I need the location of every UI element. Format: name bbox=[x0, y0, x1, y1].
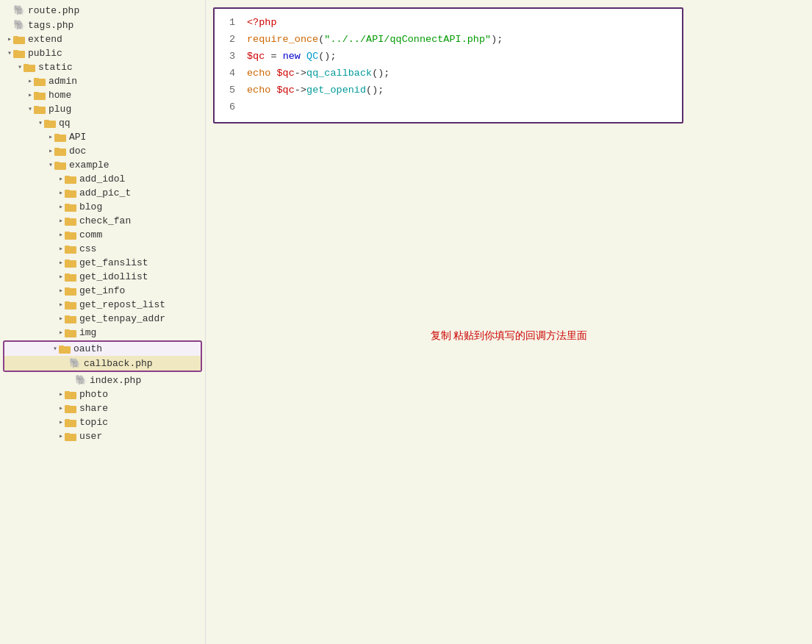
file-tree-item-public[interactable]: public bbox=[0, 46, 205, 60]
svg-rect-47 bbox=[65, 391, 70, 393]
folder-icon bbox=[54, 132, 66, 143]
svg-rect-13 bbox=[44, 120, 49, 122]
svg-rect-43 bbox=[65, 329, 70, 332]
folder-icon bbox=[65, 314, 76, 324]
file-tree-item-qq[interactable]: qq bbox=[0, 116, 205, 130]
arrow-closed bbox=[26, 92, 34, 99]
svg-rect-39 bbox=[65, 301, 70, 304]
file-tree-item-img[interactable]: img bbox=[0, 326, 205, 340]
arrow-closed bbox=[57, 287, 65, 295]
folder-label: plug bbox=[48, 104, 71, 115]
file-tree-item-user[interactable]: user bbox=[0, 429, 205, 443]
file-label: tags.php bbox=[28, 20, 73, 31]
file-tree-item-get-idollist[interactable]: get_idollist bbox=[0, 270, 205, 284]
folder-icon bbox=[13, 49, 25, 59]
arrow-closed bbox=[57, 301, 65, 309]
arrow-open bbox=[16, 64, 24, 71]
svg-rect-33 bbox=[65, 260, 70, 262]
file-tree-item-comm[interactable]: comm bbox=[0, 228, 205, 242]
code-block: 1 <?php 2 require_once("../../API/qqConn… bbox=[213, 7, 683, 124]
arrow-closed bbox=[47, 148, 54, 155]
folder-label: extend bbox=[28, 34, 62, 45]
file-tree-item-get-fanslist[interactable]: get_fanslist bbox=[0, 256, 205, 270]
arrow-closed bbox=[57, 315, 65, 323]
svg-rect-27 bbox=[65, 218, 70, 220]
line-number: 5 bbox=[223, 82, 235, 99]
file-tree-item-doc[interactable]: doc bbox=[0, 144, 205, 158]
arrow-closed bbox=[57, 260, 65, 267]
file-tree-item-api[interactable]: API bbox=[0, 130, 205, 144]
svg-rect-53 bbox=[65, 433, 70, 435]
file-tree-item-css[interactable]: css bbox=[0, 242, 205, 256]
file-tree-item-admin[interactable]: admin bbox=[0, 74, 205, 88]
file-tree-item-check-fan[interactable]: check_fan bbox=[0, 214, 205, 228]
folder-label: get_idollist bbox=[79, 271, 148, 282]
file-tree-item-extend[interactable]: extend bbox=[0, 32, 205, 46]
file-tree-item-callback-php[interactable]: 🐘 callback.php bbox=[4, 356, 201, 371]
file-tree-item-add-idol[interactable]: add_idol bbox=[0, 172, 205, 186]
svg-rect-19 bbox=[54, 162, 60, 164]
line-number: 1 bbox=[223, 15, 235, 32]
svg-rect-17 bbox=[54, 148, 60, 150]
folder-label: comm bbox=[79, 229, 102, 240]
line-number: 3 bbox=[223, 49, 235, 65]
file-tree-item-oauth[interactable]: oauth bbox=[4, 342, 201, 356]
file-tree-item-plug[interactable]: plug bbox=[0, 102, 205, 116]
svg-rect-7 bbox=[34, 78, 39, 80]
folder-label: static bbox=[38, 62, 73, 73]
highlighted-oauth-folder: oauth 🐘 callback.php bbox=[3, 340, 202, 372]
folder-label: share bbox=[79, 403, 108, 414]
svg-rect-9 bbox=[34, 92, 39, 94]
folder-label: get_tenpay_addr bbox=[79, 313, 165, 324]
folder-label: get_fanslist bbox=[79, 257, 148, 268]
file-tree-item-route-php[interactable]: 🐘 route.php bbox=[0, 3, 205, 18]
folder-icon bbox=[59, 344, 71, 354]
file-tree[interactable]: 🐘 route.php 🐘 tags.php extend public sta… bbox=[0, 0, 206, 644]
svg-rect-41 bbox=[65, 315, 70, 318]
svg-rect-51 bbox=[65, 419, 70, 421]
file-tree-item-get-repost-list[interactable]: get_repost_list bbox=[0, 298, 205, 312]
php-icon: 🐘 bbox=[13, 19, 25, 31]
file-tree-item-get-tenpay-addr[interactable]: get_tenpay_addr bbox=[0, 312, 205, 326]
folder-icon bbox=[65, 202, 76, 212]
folder-icon bbox=[54, 160, 66, 171]
code-line-1: 1 <?php bbox=[223, 15, 673, 32]
folder-icon bbox=[65, 188, 76, 198]
arrow-open bbox=[51, 346, 59, 353]
folder-icon bbox=[65, 174, 76, 185]
svg-rect-37 bbox=[65, 287, 70, 290]
file-tree-item-get-info[interactable]: get_info bbox=[0, 284, 205, 298]
arrow-closed bbox=[57, 204, 65, 211]
folder-label: API bbox=[69, 132, 86, 143]
php-icon: 🐘 bbox=[69, 357, 81, 369]
file-label: index.php bbox=[90, 375, 141, 386]
arrow-open bbox=[26, 106, 34, 113]
code-text: echo $qc->qq_callback(); bbox=[247, 65, 389, 82]
folder-icon bbox=[65, 300, 76, 310]
folder-icon bbox=[13, 35, 25, 45]
arrow-closed bbox=[57, 190, 65, 197]
file-tree-item-example[interactable]: example bbox=[0, 158, 205, 172]
folder-label: photo bbox=[79, 389, 108, 400]
main-editor: 1 <?php 2 require_once("../../API/qqConn… bbox=[206, 0, 812, 644]
arrow-closed bbox=[57, 176, 65, 183]
file-tree-item-blog[interactable]: blog bbox=[0, 200, 205, 214]
folder-label: home bbox=[48, 90, 71, 101]
folder-label: add_pic_t bbox=[79, 187, 131, 198]
file-tree-item-static[interactable]: static bbox=[0, 60, 205, 74]
file-tree-item-topic[interactable]: topic bbox=[0, 415, 205, 429]
folder-label: css bbox=[79, 243, 96, 254]
file-tree-item-share[interactable]: share bbox=[0, 401, 205, 415]
line-number: 4 bbox=[223, 65, 235, 82]
file-tree-item-home[interactable]: home bbox=[0, 88, 205, 102]
arrow-closed bbox=[57, 433, 65, 440]
file-tree-item-add-pic-t[interactable]: add_pic_t bbox=[0, 186, 205, 200]
file-tree-item-index-php[interactable]: 🐘 index.php bbox=[0, 373, 205, 387]
file-tree-item-photo[interactable]: photo bbox=[0, 387, 205, 401]
file-tree-item-tags-php[interactable]: 🐘 tags.php bbox=[0, 18, 205, 32]
folder-label: oauth bbox=[73, 343, 102, 354]
svg-rect-15 bbox=[54, 134, 60, 136]
file-label: callback.php bbox=[84, 358, 153, 369]
arrow-closed bbox=[26, 78, 34, 85]
code-line-6: 6 bbox=[223, 99, 673, 116]
